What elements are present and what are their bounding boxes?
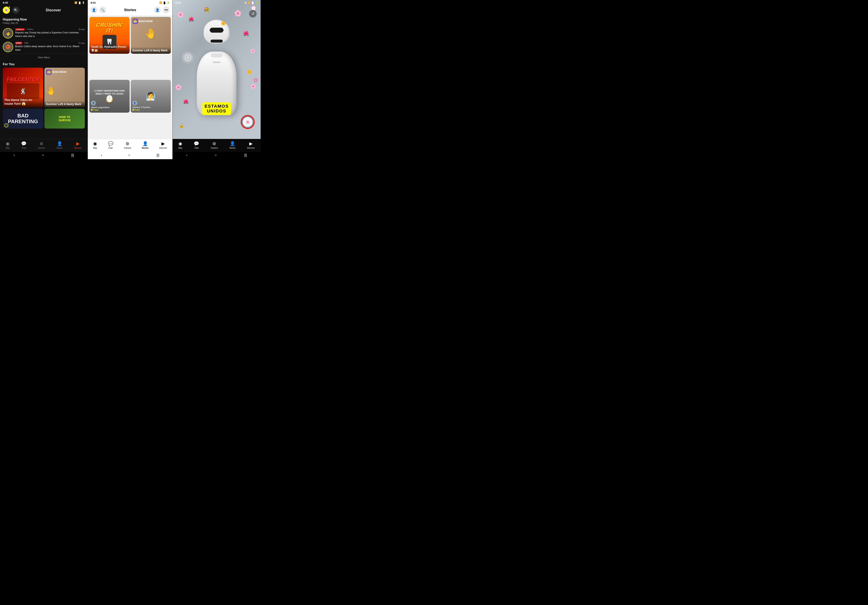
news-source-nba: ESPN bbox=[15, 42, 22, 44]
story-benchmob[interactable]: 😤 BENCHMOB 🤚 Summer Left A Nasty Mark bbox=[131, 17, 171, 54]
news-thumb-politics: 👩 bbox=[3, 28, 13, 39]
stories-grid: CRUSHIN'IT! 🦷 Tooth Vs. Hydraulic Press!… bbox=[88, 15, 172, 139]
ghost-icon: 👻 bbox=[4, 8, 9, 12]
home-btn-3[interactable]: ○ bbox=[215, 153, 217, 157]
search-button[interactable]: 🔍 bbox=[12, 6, 20, 14]
nav-discover-2[interactable]: ▶ Discover bbox=[159, 141, 167, 149]
news-text-politics: Reports say Trump has picked a Supreme C… bbox=[15, 31, 85, 38]
dawn-avatar: 👤 bbox=[91, 101, 96, 105]
search-icon-2: 🔍 bbox=[101, 8, 105, 12]
stormtrooper-detail bbox=[212, 62, 220, 63]
dawn-avatar-row: 👤 bbox=[91, 101, 128, 105]
how-survive-label: HOW TOSURVIVE bbox=[59, 115, 71, 122]
nav-chat-2[interactable]: 💬 Chat bbox=[108, 141, 113, 149]
camera-icon-3: ⊚ bbox=[212, 141, 216, 146]
nav-map-2[interactable]: ◉ Map bbox=[93, 141, 97, 149]
nav-label-map-3: Map bbox=[178, 147, 182, 149]
nav-stories-1[interactable]: 👤 Stories bbox=[57, 141, 63, 149]
for-you-grid: FAILCENTER 🕺 This Dance Takes An Insane … bbox=[0, 68, 88, 107]
nav-discover-3[interactable]: ▶ Discover bbox=[247, 141, 255, 149]
james-avatar: 👤 bbox=[132, 101, 137, 105]
nav-map-3[interactable]: ◉ Map bbox=[178, 141, 182, 149]
card-failcenter-label: This Dance Takes An Insane Turn! 😱 bbox=[3, 96, 43, 107]
camera-icon-2: ⊚ bbox=[126, 141, 129, 146]
news-card-politics[interactable]: 👩 AMERICA · Politics 6h ago Reports say … bbox=[3, 26, 85, 40]
signal-icon-2: ▐▌ bbox=[163, 2, 166, 4]
dawn-text: U DONT UNDERSTAND HOW BADLY I WANT TO LA… bbox=[89, 89, 130, 95]
dawn-time: Today bbox=[91, 109, 128, 111]
nav-label-discover-2: Discover bbox=[159, 147, 167, 149]
stories-title: Stories bbox=[108, 8, 152, 12]
status-bar-2: 8:41 📶 ▐▌ 🔋 bbox=[88, 0, 172, 5]
wifi-icon-1: 📶 bbox=[74, 2, 77, 4]
rotate-camera-btn[interactable]: ↺ bbox=[249, 10, 257, 17]
add-friend-icon: 👤 bbox=[155, 8, 160, 12]
shutter-button[interactable]: 🌸 bbox=[241, 115, 255, 129]
estamos-text-1: ESTAMOS bbox=[205, 104, 229, 109]
lock-icon[interactable]: 🔒 bbox=[178, 122, 184, 128]
menu-btn-3[interactable]: ||| bbox=[244, 153, 247, 157]
home-btn-1[interactable]: ○ bbox=[42, 153, 44, 157]
story-dawn[interactable]: U DONT UNDERSTAND HOW BADLY I WANT TO LA… bbox=[89, 80, 130, 113]
nav-discover-1[interactable]: ▶ Discover bbox=[74, 141, 82, 149]
estamos-badge: ESTAMOS UNIDOS bbox=[202, 102, 231, 115]
nav-label-discover-1: Discover bbox=[74, 147, 82, 149]
nav-map-1[interactable]: ◉ Map bbox=[6, 141, 9, 149]
search-btn-2[interactable]: 🔍 bbox=[99, 6, 106, 13]
back-btn-2[interactable]: ‹ bbox=[101, 153, 102, 157]
rotate-icon: ↺ bbox=[251, 12, 254, 16]
card-failcenter[interactable]: FAILCENTER 🕺 This Dance Takes An Insane … bbox=[3, 68, 43, 107]
back-btn-3[interactable]: ‹ bbox=[186, 153, 188, 157]
story-crushin[interactable]: CRUSHIN'IT! 🦷 Tooth Vs. Hydraulic Press!… bbox=[89, 17, 130, 54]
benchmob-story-header: 😤 BENCHMOB bbox=[131, 17, 171, 26]
stories-icon-3: 👤 bbox=[230, 141, 235, 146]
back-btn-1[interactable]: ‹ bbox=[14, 153, 15, 157]
sys-nav-1: ‹ ○ ||| bbox=[0, 152, 88, 159]
story-benchmob-label: Summer Left A Nasty Mark bbox=[131, 47, 171, 54]
crushin-title: CRUSHIN'IT! bbox=[95, 22, 124, 33]
nav-chat-1[interactable]: 💬 Chat bbox=[21, 141, 26, 149]
avatar-btn[interactable]: 👻 bbox=[3, 6, 10, 14]
benchmob-story-brand: BENCHMOB bbox=[139, 20, 153, 23]
nav-label-stories-2: Stories bbox=[142, 147, 149, 149]
nav-stories-3[interactable]: 👤 Stories bbox=[229, 141, 236, 149]
battery-icon-1: 🔋 bbox=[82, 2, 85, 4]
profile-btn-2[interactable]: 👤 bbox=[91, 6, 98, 13]
story-james[interactable]: 🧖 👤 James Charles Today bbox=[131, 80, 171, 113]
more-btn-2[interactable]: ••• bbox=[163, 6, 170, 13]
map-icon-3: ◉ bbox=[178, 141, 182, 146]
nav-stories-2[interactable]: 👤 Stories bbox=[142, 141, 149, 149]
status-bar-1: 8:40 📶 ▐▌ 🔋 bbox=[0, 0, 88, 5]
nav-label-map-1: Map bbox=[6, 147, 9, 149]
news-content-politics: AMERICA · Politics 6h ago Reports say Tr… bbox=[15, 28, 85, 38]
discover-icon-2: ▶ bbox=[161, 141, 165, 146]
menu-btn-2[interactable]: ||| bbox=[157, 153, 159, 157]
header-discover: 👻 🔍 Discover bbox=[0, 5, 88, 16]
add-friend-btn[interactable]: 👤 bbox=[154, 6, 161, 13]
card-bad-parenting[interactable]: BADPARENTING bbox=[3, 109, 43, 128]
menu-btn-1[interactable]: ||| bbox=[71, 153, 74, 157]
james-username: James Charles bbox=[132, 106, 169, 109]
james-user-info: 👤 James Charles Today bbox=[132, 101, 169, 111]
search-icon: 🔍 bbox=[14, 8, 18, 12]
view-more-btn[interactable]: View More bbox=[3, 54, 85, 61]
nav-label-camera-3: Camera bbox=[211, 147, 218, 149]
nav-camera-1[interactable]: ⊚ Camera bbox=[38, 141, 45, 149]
stormtrooper-mouth bbox=[211, 40, 223, 43]
failcenter-logo-text: FAILCENTER bbox=[7, 76, 39, 82]
james-dot bbox=[132, 109, 134, 111]
nav-chat-3[interactable]: 💬 Chat bbox=[194, 141, 199, 149]
card-how-survive[interactable]: HOW TOSURVIVE bbox=[44, 109, 85, 128]
home-btn-2[interactable]: ○ bbox=[128, 153, 130, 157]
card-benchmob[interactable]: 😤 BENCHMOB 🤚 Summer Left A Nasty Mark bbox=[44, 68, 85, 107]
nav-label-stories-3: Stories bbox=[229, 147, 236, 149]
news-time-politics: 6h ago bbox=[79, 28, 85, 31]
news-card-nba[interactable]: 🏀 ESPN · NBA 7m ago Boston Celtics keep … bbox=[3, 40, 85, 54]
discover-icon-1: ▶ bbox=[76, 141, 80, 146]
benchmob-icon: 😤 bbox=[46, 69, 51, 75]
dawn-username: dawn jaqueline bbox=[91, 106, 128, 109]
nav-camera-3[interactable]: ⊚ Camera bbox=[211, 141, 218, 149]
nav-camera-2[interactable]: ⊚ Camera bbox=[124, 141, 131, 149]
happening-now-title: Happening Now bbox=[3, 18, 85, 21]
stormtrooper-chest bbox=[211, 54, 223, 57]
